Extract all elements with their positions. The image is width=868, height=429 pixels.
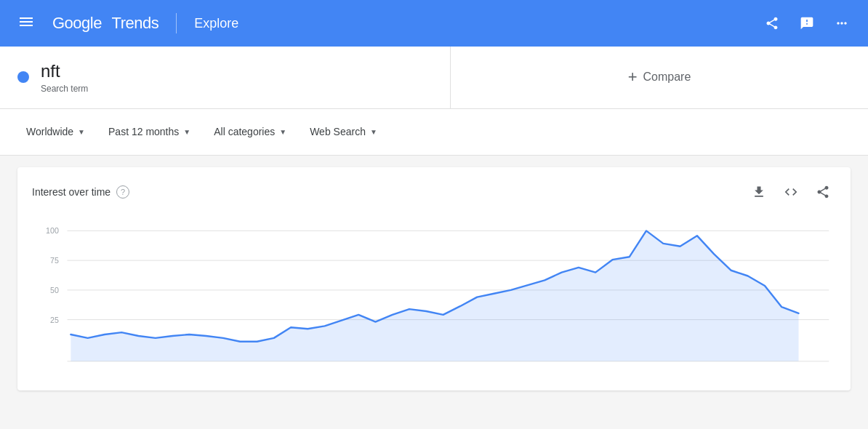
chart-title: Interest over time xyxy=(32,186,110,198)
search-type-filter-arrow: ▼ xyxy=(370,128,377,136)
location-filter-label: Worldwide xyxy=(26,126,73,137)
search-term-text[interactable]: nft xyxy=(41,61,88,82)
category-filter-label: All categories xyxy=(214,126,275,137)
embed-button[interactable] xyxy=(778,179,804,205)
svg-text:25: 25 xyxy=(50,315,59,324)
explore-label: Explore xyxy=(194,16,238,31)
time-range-filter-label: Past 12 months xyxy=(108,126,179,137)
compare-label: Compare xyxy=(643,71,691,84)
filter-bar: Worldwide ▼ Past 12 months ▼ All categor… xyxy=(0,109,868,156)
svg-text:50: 50 xyxy=(50,286,59,294)
svg-text:100: 100 xyxy=(46,226,59,235)
search-term-dot xyxy=(17,71,29,83)
logo-google-text: Google xyxy=(52,14,102,33)
chart-header: Interest over time ? xyxy=(17,167,851,211)
search-type-filter[interactable]: Web Search ▼ xyxy=(301,120,386,143)
search-section: nft Search term + Compare xyxy=(0,47,868,109)
header-divider xyxy=(176,13,177,33)
menu-icon[interactable] xyxy=(12,7,41,40)
apps-icon[interactable] xyxy=(827,9,856,38)
time-range-filter-arrow: ▼ xyxy=(183,128,190,136)
help-icon[interactable]: ? xyxy=(116,185,129,199)
chart-actions xyxy=(746,179,836,205)
location-filter-arrow: ▼ xyxy=(78,128,85,136)
app-header: Google Trends Explore xyxy=(0,0,868,47)
share-icon[interactable] xyxy=(758,9,787,38)
trend-chart: 100 75 50 25 xyxy=(32,217,836,379)
search-term-info: nft Search term xyxy=(41,61,88,94)
location-filter[interactable]: Worldwide ▼ xyxy=(17,120,94,143)
chart-container: 100 75 50 25 xyxy=(17,211,851,390)
search-term-box: nft Search term xyxy=(0,47,451,108)
search-term-label: Search term xyxy=(41,84,88,94)
svg-text:75: 75 xyxy=(50,256,59,265)
category-filter-arrow: ▼ xyxy=(279,128,286,136)
compare-plus-icon: + xyxy=(628,68,638,87)
content-area: Interest over time ? xyxy=(0,156,868,402)
feedback-icon[interactable] xyxy=(792,9,821,38)
chart-card: Interest over time ? xyxy=(17,167,851,390)
compare-button[interactable]: + Compare xyxy=(451,47,868,108)
time-range-filter[interactable]: Past 12 months ▼ xyxy=(100,120,199,143)
app-logo: Google Trends xyxy=(52,14,158,33)
download-button[interactable] xyxy=(746,179,772,205)
logo-trends-text: Trends xyxy=(112,14,159,33)
search-type-filter-label: Web Search xyxy=(310,126,366,137)
category-filter[interactable]: All categories ▼ xyxy=(205,120,295,143)
chart-share-button[interactable] xyxy=(810,179,836,205)
header-icons xyxy=(758,9,856,38)
